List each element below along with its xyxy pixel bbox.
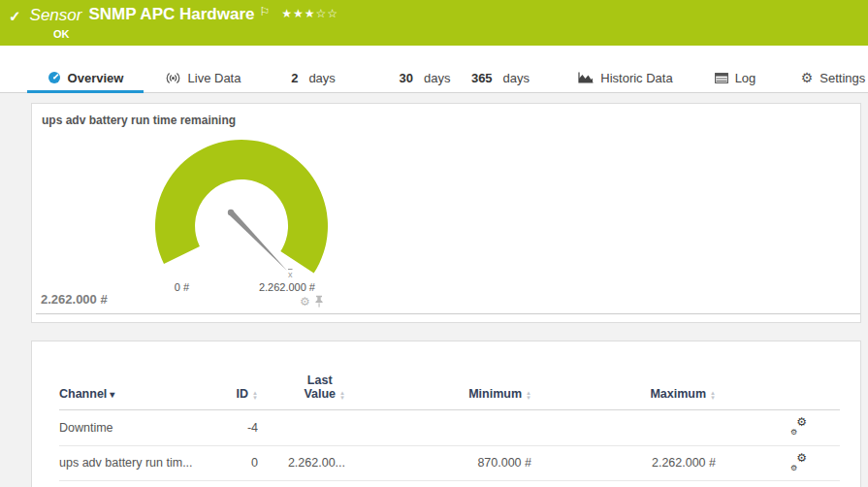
tab-30-days-label: days bbox=[424, 71, 450, 85]
tab-overview-label: Overview bbox=[68, 71, 124, 85]
sensor-title: SNMP APC Hardware bbox=[88, 5, 254, 24]
tab-2-days-number: 2 bbox=[291, 71, 298, 85]
gauge-current-value: 2.262.000 # bbox=[41, 292, 108, 307]
sort-icon: ▲▼ bbox=[710, 391, 716, 401]
column-header-settings bbox=[716, 341, 840, 409]
broadcast-icon bbox=[165, 72, 181, 84]
sensor-status-banner: ✓ Sensor SNMP APC Hardware ⚐ ★★★☆☆ OK bbox=[0, 0, 868, 46]
gauge-arc bbox=[155, 140, 328, 274]
stars-empty[interactable]: ☆☆ bbox=[316, 7, 339, 20]
column-header-minimum[interactable]: Minimum▲▼ bbox=[345, 341, 531, 409]
table-row[interactable]: Downtime -4 ⚙⚙ bbox=[59, 409, 840, 445]
tab-live-data-label: Live Data bbox=[188, 71, 241, 85]
sort-icon: ▲▼ bbox=[252, 391, 258, 401]
widget-gear-icon[interactable]: ⚙ bbox=[300, 296, 310, 308]
tab-365-days-label: days bbox=[503, 71, 530, 85]
tab-historic-data[interactable]: Historic Data bbox=[570, 63, 681, 92]
column-header-channel[interactable]: Channel▾ bbox=[59, 341, 200, 409]
pin-icon[interactable] bbox=[314, 295, 324, 308]
channel-minimum-cell: 870.000 # bbox=[345, 445, 531, 480]
table-header-row: Channel▾ ID▲▼ Last Value▲▼ Minimum▲▼ Max… bbox=[59, 341, 840, 409]
channel-settings-gears-icon[interactable]: ⚙⚙ bbox=[790, 454, 807, 470]
minimum-header-label: Minimum bbox=[468, 387, 522, 401]
channel-minimum-cell bbox=[345, 409, 531, 445]
tab-2-days[interactable]: 2 days bbox=[289, 63, 338, 92]
status-check-icon: ✓ bbox=[9, 8, 21, 25]
gauge-min-label: 0 # bbox=[146, 281, 189, 293]
sort-desc-icon: ▾ bbox=[110, 389, 114, 400]
stars-filled[interactable]: ★★★ bbox=[281, 7, 315, 20]
channel-id-cell: -4 bbox=[200, 409, 258, 445]
sort-icon: ▲▼ bbox=[339, 391, 345, 401]
flag-icon[interactable]: ⚐ bbox=[259, 5, 270, 18]
last-value-header-line1: Last bbox=[307, 373, 333, 387]
gauge-chart bbox=[32, 104, 449, 313]
gauge-widget-divider bbox=[36, 313, 860, 314]
gauge-panel: ups adv battery run time remaining x 0 #… bbox=[31, 103, 861, 323]
tab-log-label: Log bbox=[735, 71, 756, 85]
column-header-last-value[interactable]: Last Value▲▼ bbox=[258, 341, 345, 409]
last-value-header-line2: Value bbox=[304, 387, 336, 401]
tab-historic-data-label: Historic Data bbox=[600, 71, 672, 85]
tab-365-days[interactable]: 365 days bbox=[469, 63, 531, 92]
id-header-label: ID bbox=[237, 387, 249, 401]
status-text: OK bbox=[53, 28, 70, 40]
channel-header-label: Channel bbox=[59, 387, 107, 401]
tab-log[interactable]: Log bbox=[711, 63, 759, 92]
channels-table: Channel▾ ID▲▼ Last Value▲▼ Minimum▲▼ Max… bbox=[59, 341, 840, 481]
log-list-icon bbox=[715, 73, 728, 83]
tab-settings-label: Settings bbox=[820, 71, 865, 85]
channel-maximum-cell bbox=[531, 409, 716, 445]
maximum-header-label: Maximum bbox=[650, 387, 706, 401]
channel-last-value-cell: 2.262.00... bbox=[258, 445, 345, 480]
gauge-needle bbox=[228, 210, 287, 271]
tab-2-days-label: days bbox=[308, 71, 335, 85]
column-header-id[interactable]: ID▲▼ bbox=[200, 341, 258, 409]
tab-365-days-number: 365 bbox=[471, 71, 493, 85]
channel-maximum-cell: 2.262.000 # bbox=[531, 445, 716, 480]
tab-30-days-number: 30 bbox=[400, 71, 413, 85]
column-header-maximum[interactable]: Maximum▲▼ bbox=[531, 341, 716, 409]
tab-30-days[interactable]: 30 days bbox=[398, 63, 452, 92]
channel-last-value-cell bbox=[258, 409, 345, 445]
gauge-average-marker: x bbox=[288, 270, 293, 279]
tab-live-data[interactable]: Live Data bbox=[158, 63, 247, 92]
sort-icon: ▲▼ bbox=[526, 391, 531, 401]
tab-bar: Overview Live Data 2 days 30 days 365 da… bbox=[0, 46, 868, 93]
channel-name-cell: ups adv battery run tim... bbox=[59, 445, 200, 480]
channel-settings-gears-icon[interactable]: ⚙⚙ bbox=[790, 418, 807, 434]
gear-icon: ⚙ bbox=[801, 71, 814, 84]
channels-panel: Channel▾ ID▲▼ Last Value▲▼ Minimum▲▼ Max… bbox=[31, 341, 861, 487]
sensor-type-label: Sensor bbox=[30, 6, 82, 25]
table-row[interactable]: ups adv battery run tim... 0 2.262.00...… bbox=[59, 445, 840, 480]
area-chart-icon bbox=[578, 72, 594, 83]
tab-overview[interactable]: Overview bbox=[27, 63, 144, 92]
gauge-icon bbox=[48, 71, 61, 84]
channel-id-cell: 0 bbox=[200, 445, 258, 480]
star-rating[interactable]: ★★★☆☆ bbox=[281, 7, 338, 20]
channel-name-cell: Downtime bbox=[59, 409, 200, 445]
gauge-max-label: 2.262.000 # bbox=[245, 281, 315, 293]
tab-settings[interactable]: ⚙ Settings bbox=[799, 63, 867, 92]
